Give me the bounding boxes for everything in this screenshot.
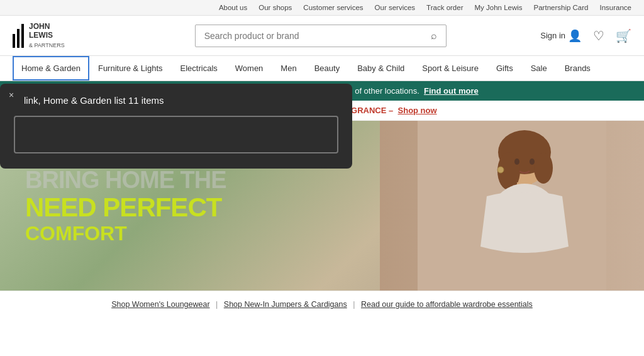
wishlist-icon[interactable]: ♡ xyxy=(593,28,604,43)
nav-item-furniture[interactable]: Furniture & Lights xyxy=(89,56,172,81)
svg-point-9 xyxy=(497,167,504,173)
footer-sep-1: | xyxy=(216,300,220,309)
nav-item-electricals[interactable]: Electricals xyxy=(172,56,226,81)
promo-link[interactable]: Find out more xyxy=(424,86,479,96)
footer-link-loungewear[interactable]: Shop Women's Loungewear xyxy=(111,300,209,309)
basket-icon[interactable]: 🛒 xyxy=(616,28,631,43)
user-icon: 👤 xyxy=(568,29,582,43)
utility-insurance[interactable]: Insurance xyxy=(599,4,631,11)
tooltip-popup: × link, Home & Garden list 11 items xyxy=(0,84,352,169)
hero-headline-2: NEED PERFECT xyxy=(25,193,226,222)
logo-bar-2 xyxy=(17,29,19,48)
header: JOHNLEWIS& PARTNERS ⌕ Sign in 👤 ♡ 🛒 xyxy=(0,16,644,56)
utility-our-services[interactable]: Our services xyxy=(375,4,416,11)
hero-headline-3: COMFORT xyxy=(25,223,226,245)
main-nav: Home & Garden Furniture & Lights Electri… xyxy=(0,56,644,81)
utility-bar: About us Our shops Customer services Our… xyxy=(0,0,644,16)
sign-in-label: Sign in xyxy=(540,31,565,40)
tooltip-close-button[interactable]: × xyxy=(9,90,14,100)
search-container: ⌕ xyxy=(113,25,528,47)
footer-sep-2: | xyxy=(353,300,357,309)
utility-partnership-card[interactable]: Partnership Card xyxy=(534,4,589,11)
utility-our-shops[interactable]: Our shops xyxy=(258,4,292,11)
nav-item-sport[interactable]: Sport & Leisure xyxy=(413,56,487,81)
nav-item-gifts[interactable]: Gifts xyxy=(487,56,522,81)
logo[interactable]: JOHNLEWIS& PARTNERS xyxy=(13,22,101,49)
svg-point-8 xyxy=(530,159,535,165)
search-input[interactable] xyxy=(204,31,425,41)
nav-item-men[interactable]: Men xyxy=(272,56,305,81)
utility-about-us[interactable]: About us xyxy=(219,4,247,11)
logo-text: JOHNLEWIS& PARTNERS xyxy=(29,22,65,49)
footer-link-guide[interactable]: Read our guide to affordable wardrobe es… xyxy=(361,300,533,309)
nav-item-brands[interactable]: Brands xyxy=(556,56,599,81)
nav-item-beauty[interactable]: Beauty xyxy=(306,56,348,81)
logo-bar-1 xyxy=(13,34,15,48)
footer-links: Shop Women's Loungewear | Shop New-In Ju… xyxy=(0,291,644,318)
utility-my-john-lewis[interactable]: My John Lewis xyxy=(474,4,522,11)
svg-point-4 xyxy=(534,152,553,184)
logo-partners: & PARTNERS xyxy=(29,42,65,48)
svg-point-7 xyxy=(514,159,519,165)
utility-customer-services[interactable]: Customer services xyxy=(303,4,363,11)
utility-track-order[interactable]: Track order xyxy=(426,4,463,11)
sign-in-button[interactable]: Sign in 👤 xyxy=(540,29,582,43)
search-box: ⌕ xyxy=(195,25,447,47)
logo-bars xyxy=(13,24,24,48)
search-icon[interactable]: ⌕ xyxy=(431,30,437,42)
nav-item-women[interactable]: Women xyxy=(226,56,272,81)
hero-woman-illustration xyxy=(418,121,606,291)
nav-item-baby-child[interactable]: Baby & Child xyxy=(348,56,413,81)
tooltip-inner-box xyxy=(14,116,338,153)
nav-item-home-garden[interactable]: Home & Garden xyxy=(13,56,89,81)
header-actions: Sign in 👤 ♡ 🛒 xyxy=(540,28,631,43)
sale-link[interactable]: Shop now xyxy=(398,106,437,115)
logo-bar-3 xyxy=(21,24,24,48)
hero-image xyxy=(380,121,644,291)
footer-link-jumpers[interactable]: Shop New-In Jumpers & Cardigans xyxy=(224,300,347,309)
tooltip-text: link, Home & Garden list 11 items xyxy=(14,95,338,106)
hero-headline-1: BRING HOME THE xyxy=(25,167,226,194)
nav-item-sale[interactable]: Sale xyxy=(522,56,556,81)
